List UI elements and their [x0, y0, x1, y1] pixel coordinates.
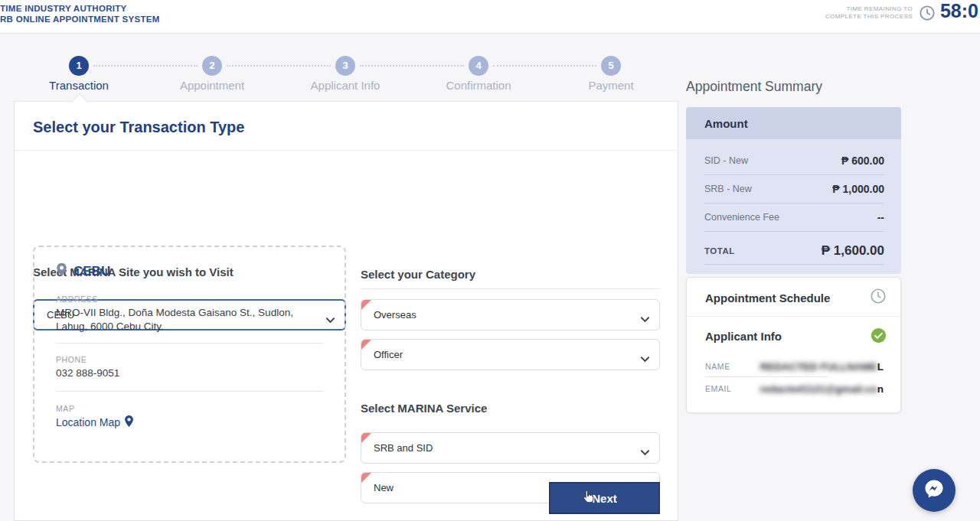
- timer-value: 58:0: [940, 0, 978, 22]
- applicant-info-title: Applicant Info: [705, 330, 782, 343]
- step-3-circle: 3: [335, 56, 355, 76]
- amount-row: SRB - New ₱ 1,000.00: [704, 175, 884, 203]
- category-heading: Select your Category: [361, 268, 475, 281]
- page-title: Select your Transaction Type: [33, 119, 244, 136]
- email-label: EMAIL: [705, 384, 732, 393]
- required-marker: [361, 473, 371, 483]
- category-select-2-value: Officer: [374, 340, 403, 370]
- address-value: MRO-VII Bldg., Doña Modesta Gaisano St.,…: [56, 306, 324, 334]
- location-map-link[interactable]: Location Map: [56, 415, 134, 430]
- service-select-2-value: New: [374, 473, 394, 503]
- amount-total-row: TOTAL ₱ 1,600.00: [704, 236, 884, 266]
- email-value: redacted1121@gmail.con: [760, 383, 884, 395]
- messenger-chat-button[interactable]: [913, 469, 956, 512]
- service-select-1-value: SRB and SID: [374, 433, 433, 463]
- phone-label: PHONE: [56, 355, 87, 364]
- divider: [704, 264, 884, 265]
- name-row: NAME REDACTED FULLNAMEL: [705, 357, 884, 376]
- step-connector: [493, 65, 596, 67]
- step-label-applicant-info: Applicant Info: [284, 79, 407, 92]
- required-marker: [361, 300, 371, 310]
- divider: [687, 316, 900, 317]
- summary-info-card: Appointment Schedule Applicant Info NAME…: [686, 277, 901, 413]
- brand-line1: TIME INDUSTRY AUTHORITY: [0, 3, 160, 14]
- step-connector: [227, 65, 331, 67]
- map-label: MAP: [56, 404, 75, 413]
- step-5-circle: 5: [601, 56, 621, 76]
- name-label: NAME: [705, 362, 730, 371]
- address-label: ADDRESS: [56, 295, 98, 304]
- category-select-1[interactable]: Overseas: [361, 299, 660, 331]
- name-value: REDACTED FULLNAMEL: [760, 361, 884, 373]
- chevron-down-icon: [641, 352, 649, 366]
- step-label-transaction[interactable]: Transaction: [18, 79, 140, 92]
- required-marker: [361, 433, 371, 443]
- step-4-circle: 4: [469, 56, 488, 76]
- brand-line2: RB ONLINE APPOINTMENT SYSTEM: [0, 14, 160, 24]
- card-caret: [72, 93, 87, 109]
- step-2-circle: 2: [202, 56, 222, 76]
- site-name: CEBU: [74, 264, 110, 279]
- phone-value: 032 888-9051: [56, 366, 119, 380]
- step-label-appointment: Appointment: [151, 79, 273, 92]
- map-pin-icon: [124, 415, 134, 430]
- next-button[interactable]: Next: [549, 482, 660, 514]
- divider: [361, 288, 660, 289]
- chevron-down-icon: [641, 445, 649, 459]
- appointment-summary-title: Appointment Summary: [686, 79, 822, 95]
- brand-logo-text: TIME INDUSTRY AUTHORITY RB ONLINE APPOIN…: [0, 3, 160, 24]
- messenger-icon: [922, 477, 946, 504]
- step-label-confirmation: Confirmation: [417, 79, 540, 92]
- step-connector: [360, 65, 464, 67]
- service-heading: Select MARINA Service: [361, 402, 487, 415]
- timer-label: TIME REMAINING TO COMPLETE THIS PROCESS: [825, 5, 913, 20]
- chevron-down-icon: [641, 312, 649, 326]
- marina-appointment-page: TIME INDUSTRY AUTHORITY RB ONLINE APPOIN…: [0, 0, 980, 521]
- category-select-1-value: Overseas: [374, 300, 416, 330]
- location-pin-icon: [56, 262, 67, 280]
- required-marker: [361, 340, 371, 350]
- amount-row: Convenience Fee --: [704, 204, 884, 231]
- step-1-circle: 1: [69, 56, 89, 76]
- amount-header: Amount: [686, 107, 901, 139]
- amount-panel: Amount SID - New ₱ 600.00 SRB - New ₱ 1,…: [686, 107, 901, 274]
- appointment-schedule-title: Appointment Schedule: [705, 291, 830, 304]
- divider: [56, 343, 323, 344]
- header: TIME INDUSTRY AUTHORITY RB ONLINE APPOIN…: [0, 0, 980, 34]
- step-connector: [93, 65, 198, 67]
- divider: [705, 376, 828, 377]
- divider: [704, 231, 884, 232]
- email-row: EMAIL redacted1121@gmail.con: [705, 379, 884, 399]
- clock-icon: [870, 288, 887, 308]
- divider: [56, 391, 323, 392]
- transaction-card: Select your Transaction Type Select MARI…: [14, 101, 678, 521]
- service-select-1[interactable]: SRB and SID: [361, 432, 660, 464]
- check-icon: [871, 327, 887, 347]
- step-label-payment: Payment: [550, 79, 672, 92]
- amount-row: SID - New ₱ 600.00: [704, 147, 884, 174]
- clock-icon: [919, 5, 936, 24]
- site-details-box: CEBU ADDRESS MRO-VII Bldg., Doña Modesta…: [33, 246, 346, 463]
- divider: [15, 150, 678, 151]
- cursor-hand-icon: [580, 488, 597, 510]
- category-select-2[interactable]: Officer: [361, 339, 660, 370]
